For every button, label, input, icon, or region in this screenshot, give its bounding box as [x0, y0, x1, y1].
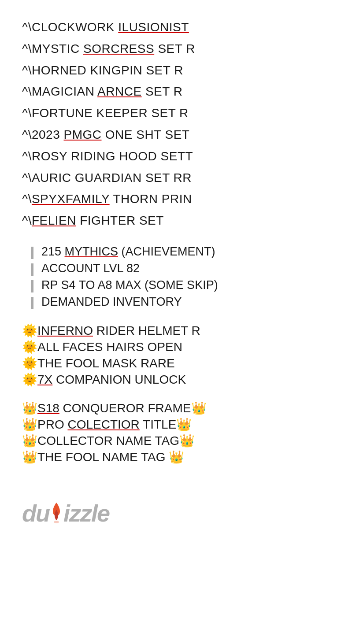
item-link: SPYXFAMILY [32, 192, 110, 206]
sun-item: 🌞THE FOOL MASK RARE [22, 356, 330, 370]
sun-emoji: 🌞 [22, 373, 37, 386]
item-suffix: COMPANION UNLOCK [52, 373, 186, 386]
bullet-item: DEMANDED INVENTORY [31, 295, 330, 309]
sun-item: 🌞7X COMPANION UNLOCK [22, 372, 330, 387]
bullet-bar-icon [31, 247, 33, 259]
crown-emoji-before: 👑 [22, 418, 37, 431]
bullet-item: 215 MYTHICS (ACHIEVEMENT) [31, 245, 330, 259]
crown-emoji-before: 👑 [22, 401, 37, 415]
list-item: ^\SPYXFAMILY THORN PRIN [22, 189, 330, 209]
crown-item: 👑COLLECTOR NAME TAG👑 [22, 433, 330, 448]
item-prefix: ^\MAGICIAN [22, 85, 97, 98]
sun-emoji: 🌞 [22, 324, 37, 337]
item-text: COLLECTOR NAME TAG [37, 434, 179, 448]
item-text: THE FOOL MASK RARE [37, 356, 175, 370]
crown-emoji-before: 👑 [22, 450, 37, 464]
sun-item: 🌞ALL FACES HAIRS OPEN [22, 340, 330, 354]
item-link: INFERNO [37, 324, 93, 337]
list-item: ^\AURIC GUARDIAN SET RR [22, 168, 330, 188]
main-items-list: ^\CLOCKWORK ILUSIONIST ^\MYSTIC SORCRESS… [22, 18, 330, 231]
sun-emoji: 🌞 [22, 356, 37, 370]
item-prefix: ^\FORTUNE KEEPER SET R [22, 106, 189, 120]
item-suffix: SET R [154, 42, 195, 56]
crown-emoji-after: 👑 [191, 401, 207, 415]
crown-items-list: 👑S18 CONQUEROR FRAME👑 👑PRO COLECTIOR TIT… [22, 401, 330, 464]
list-item: ^\HORNED KINGPIN SET R [22, 61, 330, 81]
bullet-text: 215 MYTHICS (ACHIEVEMENT) [41, 245, 215, 259]
item-suffix: ONE SHT SET [102, 128, 190, 141]
item-prefix: ^\CLOCKWORK [22, 20, 118, 34]
item-link: ILUSIONIST [118, 20, 189, 34]
logo-text-izzle: izzle [63, 500, 109, 527]
item-link: SORCRESS [83, 42, 154, 56]
item-text: CONQUEROR FRAME [59, 401, 191, 415]
item-link: COLECTIOR [67, 418, 139, 431]
item-link: ARNCE [97, 85, 142, 98]
flame-icon [50, 502, 63, 525]
item-link: PMGC [64, 128, 102, 141]
dubizzle-logo-area: du izzle [22, 500, 330, 527]
sun-item: 🌞INFERNO RIDER HELMET R [22, 323, 330, 338]
list-item: ^\CLOCKWORK ILUSIONIST [22, 18, 330, 37]
item-suffix: TITLE [140, 418, 177, 431]
crown-item: 👑THE FOOL NAME TAG 👑 [22, 450, 330, 464]
item-text: THE FOOL NAME TAG [37, 450, 169, 464]
list-item: ^\FELIEN FIGHTER SET [22, 211, 330, 231]
item-prefix: ^\ROSY RIDING HOOD SETT [22, 149, 193, 163]
crown-emoji-after: 👑 [176, 418, 192, 431]
crown-emoji-before: 👑 [22, 434, 37, 448]
list-item: ^\ROSY RIDING HOOD SETT [22, 147, 330, 167]
list-item: ^\MYSTIC SORCRESS SET R [22, 39, 330, 59]
item-text: ALL FACES HAIRS OPEN [37, 340, 182, 354]
item-suffix: SET R [142, 85, 183, 98]
mythics-link: MYTHICS [65, 245, 119, 258]
item-suffix: THORN PRIN [110, 192, 192, 206]
list-item: ^\2023 PMGC ONE SHT SET [22, 125, 330, 145]
bullet-bar-icon [31, 297, 33, 309]
bullet-bar-icon [31, 280, 33, 292]
svg-point-0 [54, 521, 59, 523]
item-link: S18 [37, 401, 59, 415]
crown-emoji-after: 👑 [169, 450, 184, 464]
crown-item: 👑S18 CONQUEROR FRAME👑 [22, 401, 330, 415]
item-prefix: ^\ [22, 214, 32, 227]
dubizzle-logo: du izzle [22, 500, 109, 527]
item-prefix: ^\2023 [22, 128, 64, 141]
bullet-item: ACCOUNT LVL 82 [31, 262, 330, 276]
item-link: 7X [37, 373, 52, 386]
item-text: PRO [37, 418, 67, 431]
sun-items-list: 🌞INFERNO RIDER HELMET R 🌞ALL FACES HAIRS… [22, 323, 330, 387]
bullet-text: RP S4 TO A8 MAX (SOME SKIP) [41, 278, 218, 292]
bullet-item: RP S4 TO A8 MAX (SOME SKIP) [31, 278, 330, 292]
item-prefix: ^\ [22, 192, 32, 206]
list-item: ^\FORTUNE KEEPER SET R [22, 104, 330, 123]
bullet-list: 215 MYTHICS (ACHIEVEMENT) ACCOUNT LVL 82… [22, 245, 330, 309]
bullet-bar-icon [31, 263, 33, 276]
item-prefix: ^\MYSTIC [22, 42, 83, 56]
crown-item: 👑PRO COLECTIOR TITLE👑 [22, 417, 330, 432]
item-suffix: FIGHTER SET [76, 214, 164, 227]
bullet-text: ACCOUNT LVL 82 [41, 262, 140, 275]
logo-text-du: du [22, 500, 49, 527]
list-item: ^\MAGICIAN ARNCE SET R [22, 82, 330, 102]
crown-emoji-after: 👑 [179, 434, 195, 448]
sun-emoji: 🌞 [22, 340, 37, 354]
item-prefix: ^\AURIC GUARDIAN SET RR [22, 171, 192, 185]
item-link: FELIEN [32, 214, 76, 227]
item-suffix: RIDER HELMET R [93, 324, 200, 337]
item-prefix: ^\HORNED KINGPIN SET R [22, 63, 183, 77]
bullet-text: DEMANDED INVENTORY [41, 295, 182, 309]
